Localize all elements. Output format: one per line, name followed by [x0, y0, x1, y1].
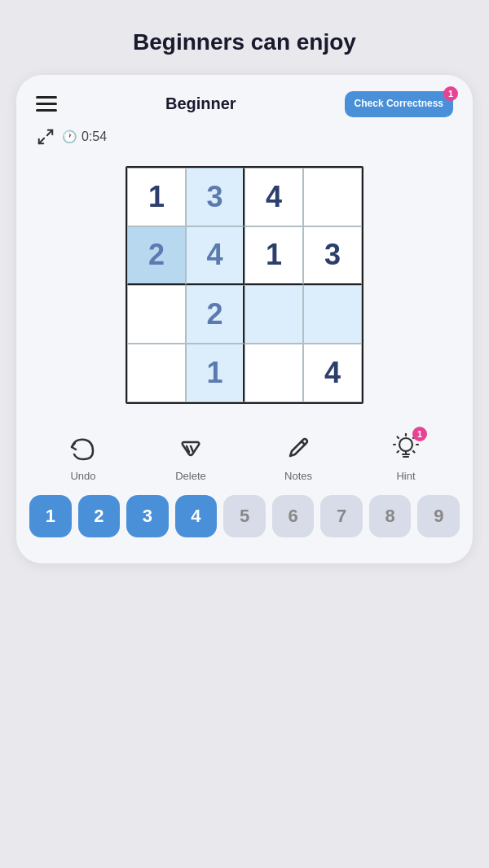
num-btn-7[interactable]: 7: [320, 495, 363, 537]
delete-tool[interactable]: Delete: [173, 430, 209, 482]
hint-label: Hint: [396, 470, 415, 482]
cell-r3-c3[interactable]: [244, 285, 303, 344]
svg-line-12: [413, 451, 415, 453]
check-badge: 1: [443, 86, 458, 101]
svg-line-4: [302, 441, 305, 445]
cell-r4-c1[interactable]: [127, 344, 186, 402]
num-btn-6[interactable]: 6: [272, 495, 315, 537]
svg-line-15: [398, 451, 399, 453]
cell-r1-c1[interactable]: 1: [127, 168, 186, 226]
app-card: Beginner Check Correctness 1 🕐 0:54 1342…: [16, 75, 473, 563]
notes-label: Notes: [284, 470, 312, 482]
cell-r3-c4[interactable]: [303, 285, 362, 344]
menu-icon[interactable]: [36, 96, 57, 112]
delete-icon: [173, 430, 209, 466]
cell-r1-c2[interactable]: 3: [186, 168, 244, 226]
num-btn-4[interactable]: 4: [175, 495, 218, 537]
expand-icon[interactable]: [36, 127, 55, 147]
timer-value: 0:54: [82, 129, 107, 144]
num-btn-9[interactable]: 9: [417, 495, 460, 537]
num-btn-8[interactable]: 8: [369, 495, 412, 537]
num-btn-3[interactable]: 3: [126, 495, 169, 537]
notes-icon: [280, 430, 316, 466]
check-correctness-button[interactable]: Check Correctness: [345, 91, 453, 117]
cell-r2-c3[interactable]: 1: [244, 226, 303, 285]
cell-r1-c4[interactable]: [303, 168, 362, 226]
app-header: Beginner Check Correctness 1: [16, 75, 473, 124]
undo-tool[interactable]: Undo: [65, 430, 101, 482]
cell-r4-c4[interactable]: 4: [303, 344, 362, 402]
toolbar: Undo Delete Notes: [16, 420, 473, 489]
hint-icon-wrapper: 1: [388, 430, 424, 466]
grid-wrapper: 1342413214: [16, 153, 473, 420]
svg-point-5: [399, 438, 412, 451]
check-btn-wrapper: Check Correctness 1: [345, 91, 453, 117]
svg-line-13: [398, 436, 399, 438]
cell-r1-c3[interactable]: 4: [244, 168, 303, 226]
hint-tool[interactable]: 1 Hint: [388, 430, 424, 482]
difficulty-label: Beginner: [165, 94, 236, 113]
delete-label: Delete: [175, 470, 206, 482]
notes-tool[interactable]: Notes: [280, 430, 316, 482]
timer-display: 🕐 0:54: [62, 129, 107, 144]
page-title: Beginners can enjoy: [133, 29, 356, 55]
cell-r2-c1[interactable]: 2: [127, 226, 186, 285]
num-btn-5[interactable]: 5: [223, 495, 266, 537]
undo-label: Undo: [70, 470, 95, 482]
number-pad: 123456789: [16, 489, 473, 541]
cell-r3-c1[interactable]: [127, 285, 186, 344]
sudoku-grid: 1342413214: [126, 166, 363, 404]
num-btn-1[interactable]: 1: [29, 495, 72, 537]
timer-row: 🕐 0:54: [16, 124, 473, 153]
cell-r2-c4[interactable]: 3: [303, 226, 362, 285]
hint-badge: 1: [412, 427, 427, 441]
undo-icon: [65, 430, 101, 466]
cell-r3-c2[interactable]: 2: [186, 285, 244, 344]
svg-line-3: [191, 446, 193, 452]
cell-r4-c3[interactable]: [244, 344, 303, 402]
cell-r2-c2[interactable]: 4: [186, 226, 244, 285]
cell-r4-c2[interactable]: 1: [186, 344, 244, 402]
num-btn-2[interactable]: 2: [78, 495, 121, 537]
clock-icon: 🕐: [62, 129, 77, 144]
